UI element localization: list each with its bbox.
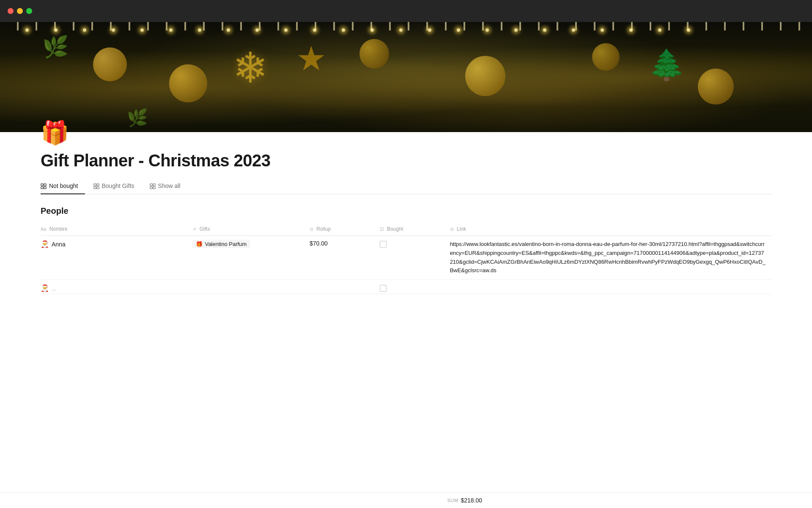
cell-bought (380, 236, 450, 280)
tab-bought-gifts-label: Bought Gifts (102, 182, 134, 189)
link-col-icon: ⊙ (450, 226, 454, 232)
svg-rect-0 (41, 184, 43, 186)
sum-bar: SUM $218.00 (0, 492, 812, 508)
page-icon: 🎁 (41, 119, 771, 146)
tab-show-all-icon (150, 182, 156, 189)
svg-rect-4 (94, 184, 96, 186)
cell-gifts: 🎁 Valentino Parfum (192, 236, 309, 280)
cell-rollup: $70.00 (310, 236, 380, 280)
svg-rect-5 (94, 187, 96, 189)
page-title: Gift Planner - Christmas 2023 (41, 151, 771, 170)
minimize-button[interactable] (17, 8, 23, 14)
table-header-row: Aa Nombre ↗ Gifts ⊙ Rollup ☑ Bought ⊙ (41, 223, 771, 236)
svg-rect-7 (97, 187, 99, 189)
tab-not-bought-icon (41, 182, 47, 189)
link-text[interactable]: https://www.lookfantastic.es/valentino-b… (450, 241, 765, 273)
titlebar (0, 0, 812, 22)
cell-gifts-partial (192, 280, 309, 294)
svg-rect-8 (150, 184, 152, 186)
person-name-partial: ... (52, 285, 57, 292)
rollup-value: $70.00 (310, 240, 328, 247)
maximize-button[interactable] (26, 8, 32, 14)
close-button[interactable] (8, 8, 14, 14)
hero-banner: ❄ ★ 🌲 🌿 🌿 (0, 22, 812, 132)
tab-not-bought[interactable]: Not bought (41, 179, 85, 194)
person-emoji-partial: 🎅 (41, 284, 49, 292)
col-header-gifts: ↗ Gifts (192, 223, 309, 236)
cell-bought-partial (380, 280, 450, 294)
snowflake-decoration: ❄ (233, 43, 268, 93)
tab-bought-gifts[interactable]: Bought Gifts (93, 179, 141, 194)
bought-checkbox[interactable] (380, 241, 387, 248)
pine-cone-decoration: 🌲 (648, 47, 685, 82)
svg-rect-2 (44, 184, 46, 186)
person-name-text: Anna (52, 241, 66, 248)
tab-not-bought-label: Not bought (49, 182, 78, 189)
cell-link: https://www.lookfantastic.es/valentino-b… (450, 236, 771, 280)
nombre-col-icon: Aa (41, 226, 46, 232)
gift-tag-label: Valentino Parfum (205, 241, 247, 247)
col-header-bought: ☑ Bought (380, 223, 450, 236)
col-header-link: ⊙ Link (450, 223, 771, 236)
tab-show-all[interactable]: Show all (150, 179, 187, 194)
svg-rect-11 (153, 187, 155, 189)
data-table: Aa Nombre ↗ Gifts ⊙ Rollup ☑ Bought ⊙ (41, 223, 771, 294)
bought-col-icon: ☑ (380, 226, 384, 232)
cell-nombre-partial: 🎅 ... (41, 280, 192, 294)
sum-value: $218.00 (461, 497, 482, 504)
gift-tag[interactable]: 🎁 Valentino Parfum (192, 240, 250, 248)
tab-bought-gifts-icon (93, 182, 99, 189)
branch-decoration: 🌿 (42, 35, 69, 59)
svg-rect-3 (44, 187, 46, 189)
gift-tag-emoji: 🎁 (196, 241, 203, 247)
svg-rect-1 (41, 187, 43, 189)
page-content: 🎁 Gift Planner - Christmas 2023 Not boug… (0, 119, 812, 294)
svg-rect-10 (153, 184, 155, 186)
star-decoration: ★ (296, 39, 326, 78)
section-title: People (41, 206, 771, 216)
cell-nombre: 🎅 Anna (41, 236, 192, 280)
gifts-col-icon: ↗ (192, 226, 196, 232)
cell-link-partial (450, 280, 771, 294)
svg-rect-6 (97, 184, 99, 186)
tabs-bar: Not bought Bought Gifts Show all (41, 179, 771, 194)
sum-label: SUM (447, 498, 458, 503)
col-header-nombre: Aa Nombre (41, 223, 192, 236)
rollup-col-icon: ⊙ (310, 226, 313, 232)
col-header-rollup: ⊙ Rollup (310, 223, 380, 236)
tab-show-all-label: Show all (158, 182, 181, 189)
table-row: 🎅 Anna 🎁 Valentino Parfum $70.00 (41, 236, 771, 280)
cell-rollup-partial (310, 280, 380, 294)
person-emoji: 🎅 (41, 240, 49, 248)
svg-rect-9 (150, 187, 152, 189)
bought-checkbox-partial[interactable] (380, 285, 387, 292)
table-row: 🎅 ... (41, 280, 771, 294)
